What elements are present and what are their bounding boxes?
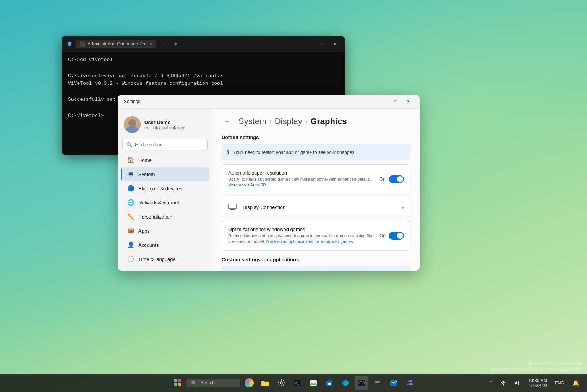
system-clock[interactable]: 10:30 AM 1/15/2024 (525, 378, 550, 388)
taskbar-icon-cmd[interactable]: C:\ (355, 376, 368, 390)
svg-rect-9 (261, 382, 269, 382)
taskbar-center: 🔍 Search >_ (170, 376, 417, 390)
taskbar-icon-terminal[interactable]: >_ (290, 376, 304, 390)
sidebar-item-time[interactable]: 🕐 Time & language (121, 252, 209, 266)
taskbar-icon-explorer[interactable] (258, 376, 272, 390)
taskbar-icon-spiral[interactable] (242, 376, 256, 390)
tray-arrow: ˄ (490, 380, 493, 386)
cmd-shield-icon (66, 41, 73, 47)
cmd-tab-icon: ⬛ (79, 41, 85, 47)
taskbar-icon-photos[interactable] (306, 376, 320, 390)
notifications-btn[interactable]: 🔔 (569, 376, 582, 390)
taskbar-icon-mail[interactable] (387, 376, 401, 390)
svg-rect-3 (174, 379, 177, 382)
sidebar-item-accounts[interactable]: 👤 Accounts (121, 238, 209, 252)
sidebar-item-gaming[interactable]: 🎮 Gaming (121, 266, 209, 271)
user-name: User Demo (144, 120, 206, 125)
info-icon-custom: ℹ (227, 270, 229, 271)
cmd-minimize-btn[interactable]: ─ (305, 40, 316, 48)
cmd-line-1: C:\>cd vivetool (68, 56, 339, 64)
cmd-dropdown-btn[interactable]: ▾ (172, 39, 179, 49)
custom-settings-label: Custom settings for applications (222, 257, 410, 262)
settings-minimize-btn[interactable]: ─ (378, 97, 389, 106)
watermark-line1: Windows 11 Pro Insider Preview (527, 361, 582, 366)
bluetooth-icon: 🔵 (127, 185, 135, 192)
sidebar-item-home[interactable]: 🏠 Home (121, 153, 209, 167)
settings-sidebar: User Demo m__lab@outlook.com 🔍 🏠 Home 💻 … (118, 109, 212, 271)
cmd-titlebar: ⬛ Administrator: Command Pro ✕ ＋ ▾ ─ □ ✕ (62, 36, 345, 52)
sidebar-search-icon: 🔍 (126, 142, 133, 147)
restart-info-banner: ℹ You'll need to restart your app or gam… (222, 144, 410, 160)
auto-sr-title: Automatic super resolution (228, 170, 375, 176)
sidebar-item-personalization-label: Personalization (138, 214, 172, 220)
auto-sr-info: Automatic super resolution Use AI to mak… (228, 170, 375, 188)
windowed-games-info: Optimizations for windowed games Reduce … (228, 227, 375, 245)
breadcrumb-sep-1: › (269, 118, 271, 125)
cmd-close-btn[interactable]: ✕ (329, 40, 340, 48)
breadcrumb-sep-2: › (305, 118, 307, 125)
cmd-maximize-btn[interactable]: □ (317, 40, 328, 48)
display-connection-row[interactable]: Display Connection ▾ (222, 198, 410, 217)
cmd-tab-close-btn[interactable]: ✕ (149, 42, 152, 46)
cmd-tab[interactable]: ⬛ Administrator: Command Pro ✕ (76, 40, 156, 48)
start-button[interactable] (170, 376, 184, 390)
language-tray[interactable]: ENG (552, 379, 567, 387)
svg-rect-24 (390, 380, 397, 386)
back-button[interactable]: ← (222, 116, 232, 127)
user-info: User Demo m__lab@outlook.com (144, 120, 206, 130)
info-icon-restart: ℹ (227, 149, 229, 156)
clock-date: 1/15/2024 (528, 383, 547, 388)
sidebar-item-personalization[interactable]: ✏️ Personalization (121, 210, 209, 224)
system-tray[interactable]: ˄ (487, 378, 496, 387)
svg-rect-0 (229, 204, 236, 209)
windowed-games-value: On (379, 233, 386, 238)
taskbar-search[interactable]: 🔍 Search (186, 379, 240, 387)
settings-body: User Demo m__lab@outlook.com 🔍 🏠 Home 💻 … (118, 109, 420, 271)
auto-sr-link[interactable]: More about Auto SR (228, 183, 266, 187)
sidebar-item-apps[interactable]: 📦 Apps (121, 224, 209, 238)
volume-tray[interactable] (511, 379, 523, 387)
svg-rect-22 (375, 382, 380, 383)
svg-point-25 (408, 380, 410, 382)
auto-sr-card: Automatic super resolution Use AI to mak… (222, 164, 410, 194)
windowed-games-toggle[interactable] (389, 232, 404, 240)
taskbar-search-label: Search (200, 380, 215, 386)
windowed-games-desc: Reduce latency and use advanced features… (228, 233, 375, 245)
network-tray[interactable] (497, 379, 509, 387)
taskbar-icon-edge[interactable] (339, 376, 352, 390)
sidebar-search-input[interactable] (135, 142, 203, 147)
taskbar-icon-store[interactable] (323, 376, 336, 390)
sidebar-item-apps-label: Apps (138, 228, 150, 234)
windowed-games-link[interactable]: More about optimizations for windowed ga… (266, 239, 353, 244)
svg-point-14 (311, 381, 313, 383)
sidebar-search-box[interactable]: 🔍 (122, 139, 208, 150)
settings-main: ← System › Display › Graphics Default se… (212, 109, 420, 271)
auto-sr-toggle[interactable] (389, 175, 404, 183)
svg-rect-4 (178, 379, 181, 382)
settings-title: Settings (124, 99, 378, 104)
cmd-add-tab-btn[interactable]: ＋ (159, 39, 169, 49)
display-connection-title: Display Connection (243, 204, 402, 210)
cmd-line-3: C:\vivetool>vivetool /enable /id:3969592… (68, 72, 339, 80)
taskbar-icon-settings[interactable] (274, 376, 288, 390)
breadcrumb-system[interactable]: System (238, 117, 266, 126)
svg-rect-2 (230, 209, 235, 210)
svg-point-26 (410, 380, 412, 382)
auto-sr-control: On (379, 175, 404, 183)
display-conn-icon (228, 204, 239, 211)
user-profile[interactable]: User Demo m__lab@outlook.com (118, 113, 212, 139)
taskbar-right: ˄ 10:30 AM 1/15/2024 ENG 🔔 (487, 376, 582, 390)
spiral-app-icon (245, 378, 254, 387)
taskbar-icon-tasks[interactable] (371, 376, 384, 390)
gaming-icon: 🎮 (127, 269, 135, 271)
taskbar-icon-teams[interactable] (403, 376, 417, 390)
accounts-icon: 👤 (127, 241, 135, 249)
settings-maximize-btn[interactable]: □ (391, 97, 401, 106)
sidebar-item-network[interactable]: 🌐 Network & internet (121, 196, 209, 209)
sidebar-item-bluetooth[interactable]: 🔵 Bluetooth & devices (121, 181, 209, 195)
sidebar-item-system[interactable]: 💻 System (121, 167, 209, 181)
breadcrumb-display[interactable]: Display (275, 117, 302, 126)
settings-close-btn[interactable]: ✕ (403, 97, 413, 106)
sidebar-item-accounts-label: Accounts (138, 242, 159, 248)
personalization-icon: ✏️ (127, 213, 135, 220)
